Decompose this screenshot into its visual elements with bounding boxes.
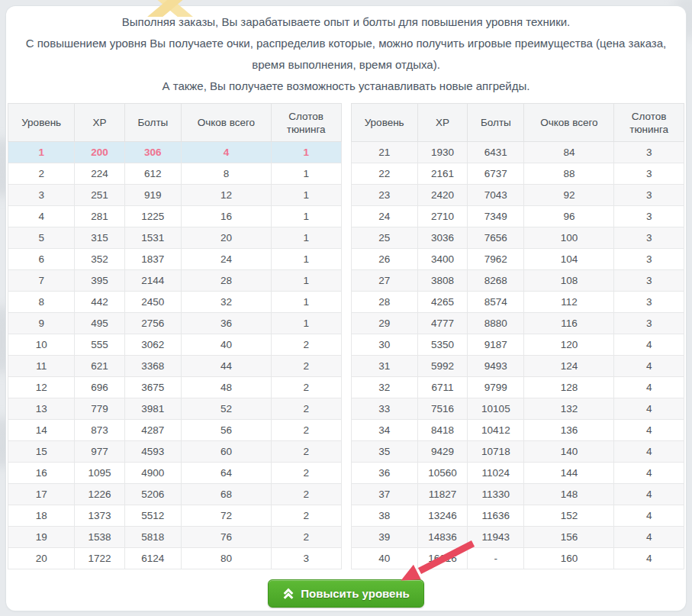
- table-cell: 3: [8, 185, 75, 206]
- table-cell: 2450: [124, 292, 181, 313]
- table-cell: 13246: [417, 505, 467, 527]
- table-cell: 9: [8, 313, 75, 334]
- table-cell: 612: [124, 163, 181, 185]
- table-row: 120030641: [8, 142, 342, 163]
- table-cell: 621: [75, 356, 124, 377]
- table-cell: 6124: [124, 548, 181, 569]
- table-row: 42811225161: [8, 206, 342, 227]
- table-row: 3813246116361524: [351, 505, 684, 527]
- table-row: 1712265206682: [8, 484, 342, 505]
- table-cell: 495: [75, 313, 124, 334]
- table-cell: 352: [75, 249, 124, 270]
- table-cell: 2: [271, 334, 341, 356]
- table-header-row: УровеньXPБолтыОчков всегоСлотов тюнинга: [8, 104, 342, 142]
- table-cell: 3: [614, 142, 684, 163]
- table-cell: 224: [75, 163, 124, 185]
- table-row: 1915385818762: [8, 527, 342, 548]
- table-cell: 9799: [468, 377, 524, 398]
- button-row: Повысить уровень: [6, 579, 686, 608]
- table-cell: 112: [524, 292, 614, 313]
- table-row: 2427107349963: [351, 206, 684, 227]
- table-cell: 36: [351, 463, 417, 484]
- table-cell: 31: [351, 356, 417, 377]
- table-row: 1610954900642: [8, 463, 342, 484]
- table-cell: 11827: [417, 484, 467, 505]
- table-header-cell: Уровень: [8, 104, 75, 142]
- table-cell: 40: [181, 334, 271, 356]
- table-cell: 28: [351, 292, 417, 313]
- intro-line-2: С повышением уровня Вы получаете очки, р…: [23, 33, 669, 76]
- table-cell: 4: [614, 377, 684, 398]
- table-cell: 1: [271, 313, 341, 334]
- table-row: 73952144281: [8, 270, 342, 292]
- table-cell: 76: [181, 527, 271, 548]
- table-cell: 24: [181, 249, 271, 270]
- table-row: 28426585741123: [351, 292, 684, 313]
- table-cell: 5206: [124, 484, 181, 505]
- table-row: 30535091871204: [351, 334, 684, 356]
- table-header-row: УровеньXPБолтыОчков всегоСлотов тюнинга: [351, 104, 684, 142]
- table-cell: 10560: [417, 463, 467, 484]
- table-cell: 13: [8, 398, 75, 420]
- table-cell: 1531: [124, 227, 181, 249]
- table-cell: 1837: [124, 249, 181, 270]
- table-cell: 4: [614, 548, 684, 569]
- table-cell: 2: [271, 484, 341, 505]
- table-cell: 3: [614, 249, 684, 270]
- table-row: 32671197991284: [351, 377, 684, 398]
- table-cell: 555: [75, 334, 124, 356]
- table-cell: 20: [181, 227, 271, 249]
- table-cell: 1226: [75, 484, 124, 505]
- table-cell: 22: [351, 163, 417, 185]
- table-cell: 44: [181, 356, 271, 377]
- table-cell: 108: [524, 270, 614, 292]
- table-row: 222461281: [8, 163, 342, 185]
- table-cell: 8880: [468, 313, 524, 334]
- table-cell: 23: [351, 185, 417, 206]
- double-chevron-up-icon: [282, 588, 295, 600]
- table-cell: 33: [351, 398, 417, 420]
- table-cell: 4: [614, 527, 684, 548]
- table-cell: 15: [8, 441, 75, 463]
- table-header-cell: Слотов тюнинга: [614, 104, 684, 142]
- table-cell: 12: [181, 185, 271, 206]
- table-row: 84422450321: [8, 292, 342, 313]
- table-cell: 27: [351, 270, 417, 292]
- table-header-cell: Очков всего: [181, 104, 271, 142]
- table-cell: 3368: [124, 356, 181, 377]
- table-cell: 442: [75, 292, 124, 313]
- table-cell: 8268: [468, 270, 524, 292]
- table-cell: 96: [524, 206, 614, 227]
- table-row: 3251919121: [8, 185, 342, 206]
- table-cell: 10: [8, 334, 75, 356]
- table-cell: 306: [124, 142, 181, 163]
- table-cell: 2161: [417, 163, 467, 185]
- table-cell: 100: [524, 227, 614, 249]
- table-cell: 7656: [468, 227, 524, 249]
- table-cell: 2420: [417, 185, 467, 206]
- level-tables: УровеньXPБолтыОчков всегоСлотов тюнинга …: [6, 103, 686, 569]
- table-row: 126963675482: [8, 377, 342, 398]
- table-cell: 2: [271, 505, 341, 527]
- table-row: 337516101051324: [351, 398, 684, 420]
- table-row: 2017226124803: [8, 548, 342, 569]
- table-cell: 4: [614, 505, 684, 527]
- table-cell: 2: [271, 441, 341, 463]
- table-cell: 68: [181, 484, 271, 505]
- table-cell: 104: [524, 249, 614, 270]
- table-row: 137793981522: [8, 398, 342, 420]
- table-cell: 132: [524, 398, 614, 420]
- table-cell: 11: [8, 356, 75, 377]
- table-cell: 919: [124, 185, 181, 206]
- table-cell: 4: [8, 206, 75, 227]
- table-row: 2119306431843: [351, 142, 684, 163]
- table-cell: 29: [351, 313, 417, 334]
- table-cell: 2756: [124, 313, 181, 334]
- table-header-cell: XP: [75, 104, 124, 142]
- table-cell: 2: [271, 527, 341, 548]
- table-cell: 48: [181, 377, 271, 398]
- table-cell: 24: [351, 206, 417, 227]
- table-row: 116213368442: [8, 356, 342, 377]
- table-cell: 35: [351, 441, 417, 463]
- intro-text: Выполняя заказы, Вы зарабатываете опыт и…: [6, 6, 686, 97]
